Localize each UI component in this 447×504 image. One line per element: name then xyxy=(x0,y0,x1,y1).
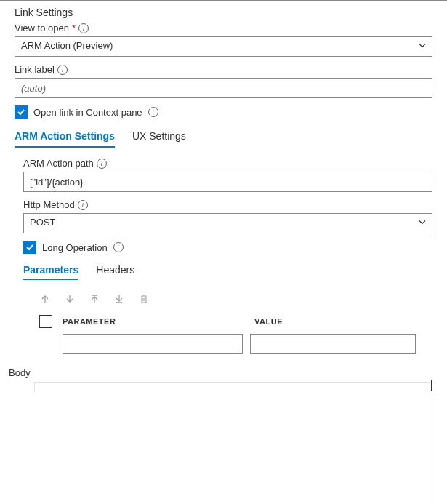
open-context-checkbox[interactable] xyxy=(15,105,28,119)
parameter-name-input[interactable] xyxy=(63,334,243,354)
http-method-value: POST xyxy=(23,213,432,233)
body-label: Body xyxy=(9,367,432,378)
checkmark-icon xyxy=(25,243,34,252)
checkmark-icon xyxy=(17,108,25,116)
http-method-select[interactable]: POST xyxy=(23,213,432,233)
info-icon[interactable]: i xyxy=(78,200,88,210)
arm-action-path-label: ARM Action path xyxy=(23,158,94,169)
info-icon[interactable]: i xyxy=(57,65,68,75)
view-to-open-value: ARM Action (Preview) xyxy=(15,36,432,57)
editor-gutter xyxy=(34,382,430,392)
info-icon[interactable]: i xyxy=(113,242,124,252)
arm-action-path-input[interactable] xyxy=(23,172,432,192)
column-header-parameter: PARAMETER xyxy=(63,317,244,326)
select-all-checkbox[interactable] xyxy=(39,315,52,328)
tab-ux-settings[interactable]: UX Settings xyxy=(132,126,186,148)
open-context-label: Open link in Context pane xyxy=(33,107,142,118)
move-top-icon[interactable] xyxy=(89,293,100,305)
link-label-label: Link label xyxy=(15,64,55,75)
section-title: Link Settings xyxy=(15,7,432,18)
subtab-headers[interactable]: Headers xyxy=(96,261,134,280)
required-asterisk: * xyxy=(72,23,76,33)
long-operation-label: Long Operation xyxy=(42,242,108,253)
info-icon[interactable]: i xyxy=(97,159,107,169)
column-header-value: VALUE xyxy=(254,317,432,326)
move-up-icon[interactable] xyxy=(39,293,51,305)
long-operation-checkbox[interactable] xyxy=(23,241,36,254)
table-row xyxy=(23,334,432,354)
move-bottom-icon[interactable] xyxy=(113,293,125,305)
delete-icon[interactable] xyxy=(138,293,150,305)
parameter-value-input[interactable] xyxy=(250,334,416,354)
link-label-input[interactable] xyxy=(15,78,432,98)
info-icon[interactable]: i xyxy=(148,107,158,117)
subtab-parameters[interactable]: Parameters xyxy=(23,261,78,280)
info-icon[interactable]: i xyxy=(78,23,89,33)
move-down-icon[interactable] xyxy=(64,293,76,305)
cursor-indicator xyxy=(431,380,432,391)
body-textarea[interactable] xyxy=(9,380,432,504)
http-method-label: Http Method xyxy=(23,199,75,210)
tab-arm-action-settings[interactable]: ARM Action Settings xyxy=(15,126,115,148)
view-to-open-label: View to open xyxy=(15,23,69,33)
view-to-open-select[interactable]: ARM Action (Preview) xyxy=(15,36,432,57)
